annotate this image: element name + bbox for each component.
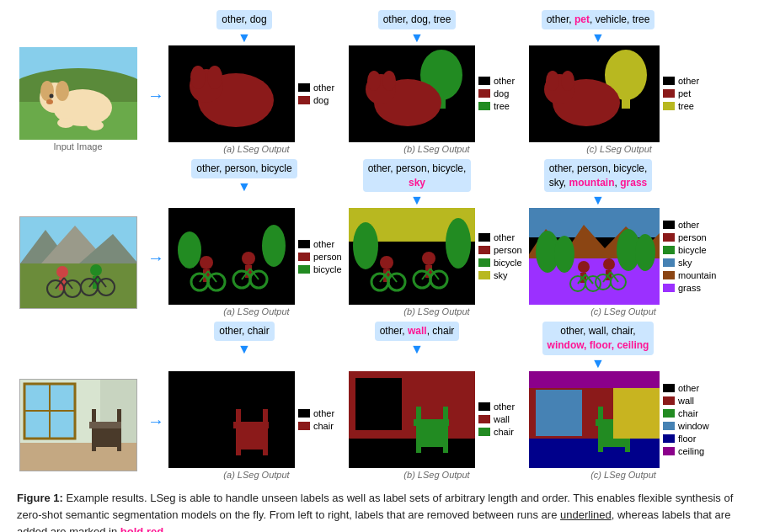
seg-2b: other person bicycle sky (349, 208, 525, 305)
svg-rect-132 (529, 439, 660, 468)
row3-label-a: other, chair (214, 322, 274, 341)
svg-point-8 (46, 99, 53, 104)
svg-rect-105 (92, 426, 121, 447)
input-caption: Input Image (53, 141, 102, 152)
row2-labels: other, person, bicycle ▼ other, person, … (160, 157, 751, 208)
output-3c: other wall chair window (529, 371, 718, 480)
svg-point-65 (446, 218, 471, 269)
legend-3c: other wall chair window (663, 383, 718, 456)
seg-image-3c (529, 371, 660, 468)
svg-rect-122 (416, 423, 448, 447)
row1-label-a: other, dog (216, 10, 271, 29)
figure-caption: Figure 1: Example results. LSeg is able … (13, 490, 751, 532)
svg-rect-127 (443, 444, 448, 453)
legend-color-dog (298, 96, 310, 104)
svg-rect-129 (529, 371, 660, 388)
seg-image-2c (529, 208, 660, 305)
svg-point-60 (178, 231, 201, 269)
caption-2b: (b) LSeg Output (403, 306, 469, 317)
caption-3a: (a) LSeg Output (223, 470, 289, 480)
figure-container: other, dog ▼ other, dog, tree ▼ other, p… (13, 8, 751, 532)
legend-3a: other chair (298, 408, 345, 431)
svg-point-85 (635, 234, 655, 271)
arrow-right-2: → (147, 248, 164, 268)
seg-2a: other person bicycle (168, 208, 345, 305)
svg-point-66 (380, 256, 393, 269)
caption-1c: (c) LSeg Output (586, 144, 652, 154)
svg-rect-25 (622, 96, 630, 109)
output-2c: other person bicycle sky (529, 208, 718, 317)
svg-point-86 (578, 261, 590, 273)
svg-rect-109 (92, 444, 96, 451)
seg-image-2a (168, 208, 295, 305)
svg-rect-125 (414, 419, 449, 426)
input-photo-3 (13, 379, 143, 471)
seg-image-2b (349, 208, 475, 305)
caption-2c: (c) LSeg Output (590, 306, 656, 317)
caption-2a: (a) LSeg Output (223, 306, 289, 317)
svg-rect-138 (625, 445, 630, 452)
row1-content: Input Image → other (13, 45, 751, 154)
svg-rect-112 (236, 426, 268, 450)
svg-point-61 (262, 225, 286, 267)
svg-rect-115 (233, 422, 269, 428)
output-1c: other pet tree (c) LSeg Output (529, 45, 709, 154)
svg-rect-121 (355, 378, 402, 430)
seg-image-3a (168, 371, 295, 468)
svg-point-48 (200, 256, 213, 269)
svg-rect-131 (536, 390, 582, 436)
svg-rect-120 (349, 439, 475, 468)
legend-color-other (298, 83, 310, 92)
seg-image-1a (168, 45, 295, 142)
row2-content: → (13, 208, 751, 317)
svg-point-14 (190, 66, 206, 89)
svg-point-72 (422, 252, 435, 265)
svg-rect-126 (416, 444, 421, 453)
row2-label-c: other, person, bicycle,sky, mountain, gr… (544, 159, 653, 193)
row1-labels: other, dog ▼ other, dog, tree ▼ other, p… (160, 8, 751, 45)
svg-point-28 (546, 71, 559, 91)
svg-rect-139 (613, 388, 660, 439)
arrow-down-3c: ▼ (591, 357, 605, 370)
svg-point-7 (49, 94, 53, 98)
legend-3b: other wall chair (478, 402, 525, 437)
seg-1c: other pet tree (529, 45, 709, 142)
output-3a: other chair (a) LSeg Output (168, 371, 345, 480)
svg-point-92 (603, 258, 615, 270)
legend-1a: other dog (298, 82, 345, 105)
row3-label-b: other, wall, chair (375, 322, 460, 341)
svg-rect-108 (89, 422, 121, 428)
legend-1b: other dog tree (478, 76, 525, 111)
arrow-down-1a: ▼ (238, 31, 251, 45)
arrow-right-1: → (147, 86, 164, 105)
arrow-right-3: → (147, 412, 164, 431)
seg-3b: other wall chair (349, 371, 525, 468)
caption-3c: (c) LSeg Output (590, 470, 656, 480)
svg-point-22 (382, 71, 396, 91)
svg-point-15 (207, 66, 222, 89)
arrow-down-2c: ▼ (591, 194, 605, 207)
output-1a: other dog (a) LSeg Output (168, 45, 345, 154)
svg-rect-116 (236, 447, 241, 455)
svg-rect-111 (168, 371, 295, 468)
caption-1b: (b) LSeg Output (403, 144, 469, 154)
input-photo-2 (13, 216, 143, 309)
output-1b: other dog tree (b) LSeg Output (349, 45, 525, 154)
seg-1a: other dog (168, 45, 345, 142)
caption-1a: (a) LSeg Output (223, 144, 289, 154)
seg-image-1b (349, 45, 475, 142)
row1-label-c: other, pet, vehicle, tree (542, 10, 655, 29)
seg-3a: other chair (168, 371, 345, 468)
svg-point-35 (56, 266, 68, 278)
legend-2c: other person bicycle sky (663, 220, 718, 293)
arrow-down-1c: ▼ (591, 31, 605, 45)
svg-rect-34 (20, 263, 137, 309)
room-photo (19, 379, 137, 471)
svg-rect-137 (598, 445, 603, 452)
svg-rect-110 (117, 444, 121, 451)
row2-label-b: other, person, bicycle,sky (363, 159, 472, 193)
arrow-down-2a: ▼ (238, 180, 251, 194)
svg-point-54 (242, 252, 255, 265)
seg-image-1c (529, 45, 660, 142)
svg-point-64 (353, 222, 378, 269)
